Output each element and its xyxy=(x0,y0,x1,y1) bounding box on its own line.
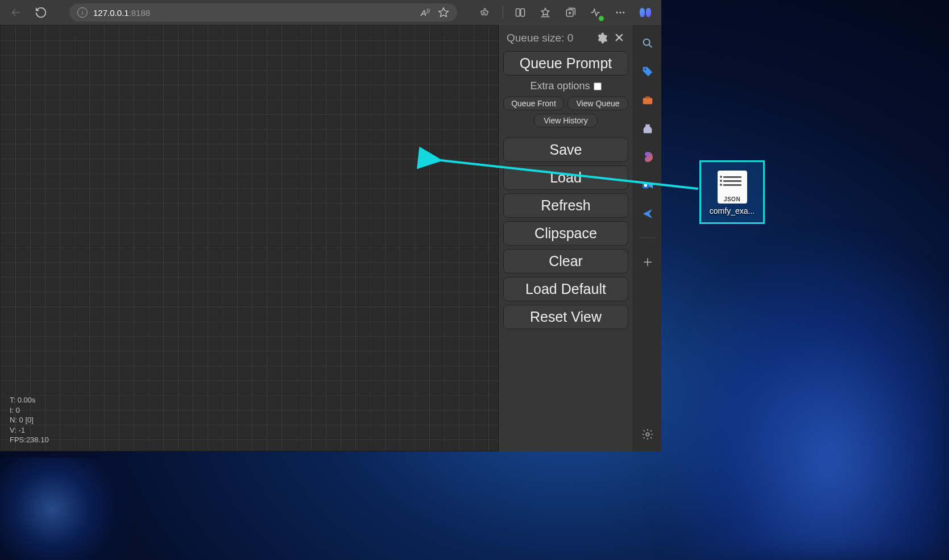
clear-button[interactable]: Clear xyxy=(503,249,628,273)
svg-rect-0 xyxy=(516,9,520,16)
queue-front-button[interactable]: Queue Front xyxy=(503,97,564,110)
svg-point-6 xyxy=(616,12,618,14)
view-history-button[interactable]: View History xyxy=(534,114,598,127)
load-button[interactable]: Load xyxy=(503,165,628,190)
games-icon[interactable] xyxy=(641,122,654,135)
send-icon[interactable] xyxy=(641,207,654,221)
extra-options-label: Extra options xyxy=(530,80,590,92)
site-info-icon[interactable]: i xyxy=(77,7,88,18)
settings-gear-icon[interactable] xyxy=(595,32,608,44)
read-aloud-icon[interactable]: A)) xyxy=(421,8,430,18)
refresh-button[interactable] xyxy=(33,5,49,20)
svg-point-8 xyxy=(623,12,624,14)
svg-rect-15 xyxy=(645,97,649,99)
collections-icon[interactable] xyxy=(562,5,578,20)
url-host: 127.0.0.1 xyxy=(93,8,129,18)
load-default-button[interactable]: Load Default xyxy=(503,277,628,301)
save-button[interactable]: Save xyxy=(503,138,628,162)
svg-point-7 xyxy=(620,12,621,14)
address-bar[interactable]: i 127.0.0.1:8188 A)) xyxy=(69,3,457,22)
svg-point-18 xyxy=(644,184,647,187)
favorite-icon[interactable] xyxy=(438,7,449,18)
svg-rect-1 xyxy=(521,9,525,16)
canvas-stats: T: 0.00s I: 0 N: 0 [0] V: -1 FPS:238.10 xyxy=(10,395,49,445)
svg-rect-16 xyxy=(643,128,652,133)
performance-icon[interactable] xyxy=(587,5,603,20)
url-port: :8188 xyxy=(129,8,151,18)
clipspace-button[interactable]: Clipspace xyxy=(503,221,628,246)
add-sidebar-icon[interactable] xyxy=(641,255,654,269)
browser-toolbar: i 127.0.0.1:8188 A)) xyxy=(0,0,661,25)
favorites-icon[interactable] xyxy=(537,5,553,20)
desktop-json-file[interactable]: JSON comfy_exa... xyxy=(699,160,765,224)
svg-point-11 xyxy=(643,39,649,45)
extensions-icon[interactable] xyxy=(478,5,494,20)
comfyui-canvas[interactable]: T: 0.00s I: 0 N: 0 [0] V: -1 FPS:238.10 xyxy=(0,25,499,451)
shopping-tag-icon[interactable] xyxy=(641,65,654,78)
extra-options-checkbox[interactable] xyxy=(594,82,602,90)
search-sidebar-icon[interactable] xyxy=(641,36,654,50)
more-icon[interactable] xyxy=(612,5,628,20)
reset-view-button[interactable]: Reset View xyxy=(503,305,628,329)
browser-window: i 127.0.0.1:8188 A)) xyxy=(0,0,661,451)
queue-size-label: Queue size: 0 xyxy=(507,32,573,44)
toolbox-icon[interactable] xyxy=(641,93,654,107)
desktop-file-name: comfy_exa... xyxy=(710,206,755,215)
split-screen-icon[interactable] xyxy=(512,5,528,20)
queue-prompt-button[interactable]: Queue Prompt xyxy=(503,51,628,76)
svg-point-21 xyxy=(646,433,649,436)
office-icon[interactable] xyxy=(641,150,654,164)
svg-rect-14 xyxy=(643,98,652,104)
copilot-icon[interactable] xyxy=(637,5,653,20)
view-queue-button[interactable]: View Queue xyxy=(567,97,628,110)
refresh-button-panel[interactable]: Refresh xyxy=(503,193,628,218)
outlook-icon[interactable] xyxy=(641,179,654,192)
sidebar-settings-icon[interactable] xyxy=(641,428,654,441)
close-panel-icon[interactable] xyxy=(614,32,626,44)
svg-line-12 xyxy=(649,44,652,47)
comfyui-panel: Queue size: 0 Queue Prompt Extra options… xyxy=(499,25,633,451)
back-button[interactable] xyxy=(8,5,24,20)
svg-point-13 xyxy=(644,69,646,70)
json-file-icon: JSON xyxy=(718,171,747,204)
edge-sidebar xyxy=(633,25,661,451)
